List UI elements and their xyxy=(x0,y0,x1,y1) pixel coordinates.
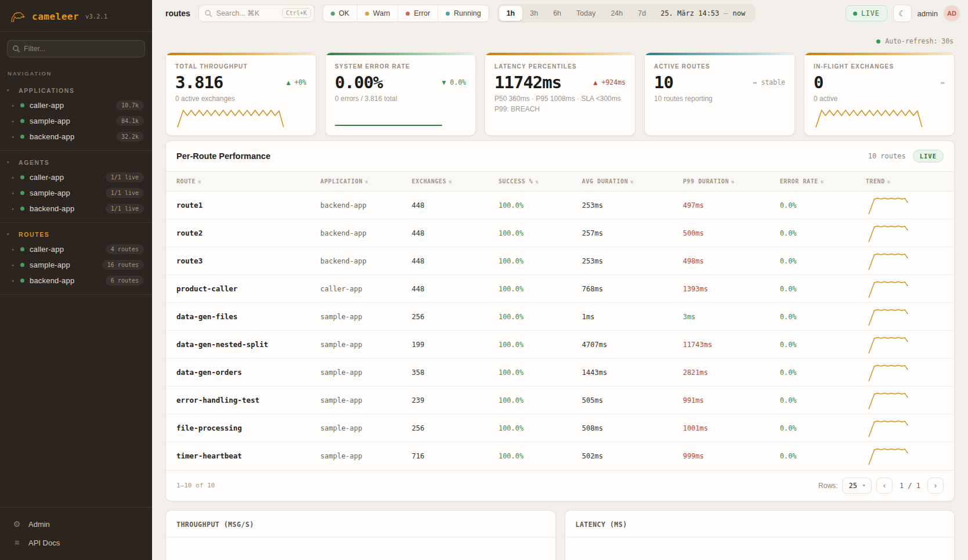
cell-route: timer-heartbeat xyxy=(176,451,242,460)
column-header-trend[interactable]: TREND⇅ xyxy=(861,172,954,192)
column-header-exchanges[interactable]: EXCHANGES⇅ xyxy=(407,172,494,192)
sidebar-section-header[interactable]: ▾ APPLICATIONS xyxy=(0,84,152,97)
sidebar-item-badge: 1/1 live xyxy=(106,188,144,198)
filter-input[interactable] xyxy=(7,40,145,57)
cell-application: backend-app xyxy=(320,229,366,237)
card-accent-strip xyxy=(326,53,475,55)
time-range-today[interactable]: Today xyxy=(569,6,603,21)
menu-icon: ≡ xyxy=(12,538,21,547)
live-status-badge[interactable]: LIVE xyxy=(846,5,887,21)
kpi-subtitle: 0 errors / 3.816 total xyxy=(335,95,466,103)
column-header-application[interactable]: APPLICATION⇅ xyxy=(316,172,407,192)
table-row[interactable]: file-processing sample-app 256 100.0% 50… xyxy=(166,414,954,442)
avatar[interactable]: AD xyxy=(944,5,960,21)
sidebar-item-admin[interactable]: ⚙ Admin xyxy=(0,515,152,533)
throughput-sparkline xyxy=(175,105,306,128)
table-row[interactable]: route1 backend-app 448 100.0% 253ms 497m… xyxy=(166,192,954,219)
filter-error-button[interactable]: Error xyxy=(398,5,438,21)
chevron-right-icon: ▸ xyxy=(12,207,20,211)
table-row[interactable]: route2 backend-app 448 100.0% 257ms 500m… xyxy=(166,219,954,247)
cell-error-rate: 0.0% xyxy=(780,201,797,209)
sidebar-item-caller-app[interactable]: ▸ caller-app 4 routes xyxy=(0,241,152,257)
routes-count: 10 routes xyxy=(868,152,906,160)
cell-avg-duration: 4707ms xyxy=(582,341,607,349)
navigation-label: NAVIGATION xyxy=(0,61,152,79)
status-dot-icon xyxy=(20,263,24,267)
trend-sparkline xyxy=(866,334,911,355)
time-range-1h[interactable]: 1h xyxy=(499,6,523,21)
cell-error-rate: 0.0% xyxy=(780,368,797,377)
logo[interactable]: cameleer v3.2.1 xyxy=(0,0,152,32)
time-range-display[interactable]: 25. März 14:53 — now xyxy=(653,9,753,17)
kpi-delta: ▲ +0% xyxy=(286,78,306,86)
sidebar-filter xyxy=(7,40,145,57)
table-row[interactable]: error-handling-test sample-app 239 100.0… xyxy=(166,386,954,414)
kpi-value: 0 xyxy=(814,73,823,92)
time-range-3h[interactable]: 3h xyxy=(522,6,546,21)
table-row[interactable]: data-gen-files sample-app 256 100.0% 1ms… xyxy=(166,303,954,331)
time-range-6h[interactable]: 6h xyxy=(546,6,569,21)
cell-p99-duration: 2821ms xyxy=(683,368,708,377)
footer-item-label: API Docs xyxy=(28,539,60,547)
cell-success: 100.0% xyxy=(499,396,523,404)
chevron-right-icon: ▸ xyxy=(12,175,20,180)
cell-avg-duration: 505ms xyxy=(582,396,603,404)
throughput-chart-card: THROUGHPUT (MSG/S) xyxy=(165,510,556,560)
sidebar-item-sample-app[interactable]: ▸ sample-app 1/1 live xyxy=(0,185,152,201)
time-range-7d[interactable]: 7d xyxy=(630,6,653,21)
prev-page-button[interactable]: ‹ xyxy=(876,478,893,494)
sidebar-item-label: caller-app xyxy=(30,245,64,254)
table-row[interactable]: data-gen-orders sample-app 358 100.0% 14… xyxy=(166,359,954,386)
kpi-subtitle: 0 active xyxy=(814,95,945,103)
column-header-route[interactable]: ROUTE⇅ xyxy=(166,172,316,192)
table-row[interactable]: route3 backend-app 448 100.0% 253ms 498m… xyxy=(166,247,954,275)
sidebar-item-label: sample-app xyxy=(30,117,70,125)
next-page-button[interactable]: › xyxy=(927,478,944,494)
cell-avg-duration: 768ms xyxy=(582,285,603,293)
sidebar-item-backend-app[interactable]: ▸ backend-app 6 routes xyxy=(0,273,152,288)
search-icon xyxy=(12,45,20,53)
keyboard-shortcut-badge: Ctrl+K xyxy=(282,8,311,18)
rows-per-page-select[interactable]: 25 ▾ xyxy=(842,478,871,494)
sidebar-item-sample-app[interactable]: ▸ sample-app 84.1k xyxy=(0,113,152,129)
cell-route: file-processing xyxy=(176,424,242,432)
column-header-p99-duration[interactable]: P99 DURATION⇅ xyxy=(678,172,775,192)
column-header-avg-duration[interactable]: AVG DURATION⇅ xyxy=(577,172,678,192)
filter-warn-button[interactable]: Warn xyxy=(357,5,398,21)
cell-route: route1 xyxy=(176,201,203,209)
kpi-subtitle: 10 routes reporting xyxy=(654,95,785,103)
user-name: admin xyxy=(918,9,938,18)
time-range-24h[interactable]: 24h xyxy=(603,6,630,21)
filter-ok-button[interactable]: OK xyxy=(323,5,357,21)
sidebar-item-caller-app[interactable]: ▸ caller-app 10.7k xyxy=(0,97,152,113)
sidebar-section-header[interactable]: ▾ AGENTS xyxy=(0,156,152,169)
sidebar-item-backend-app[interactable]: ▸ backend-app 32.2k xyxy=(0,129,152,144)
sidebar-item-backend-app[interactable]: ▸ backend-app 1/1 live xyxy=(0,201,152,216)
kpi-label: LATENCY PERCENTILES xyxy=(494,63,626,70)
table-row[interactable]: data-gen-nested-split sample-app 199 100… xyxy=(166,331,954,359)
sidebar-item-caller-app[interactable]: ▸ caller-app 1/1 live xyxy=(0,169,152,185)
cell-p99-duration: 497ms xyxy=(683,201,704,209)
sidebar-section-header[interactable]: ▾ ROUTES xyxy=(0,227,152,241)
column-header-error-rate[interactable]: ERROR RATE⇅ xyxy=(775,172,861,192)
page-indicator: 1 / 1 xyxy=(897,482,923,490)
cell-application: backend-app xyxy=(320,201,366,209)
sidebar-item-label: caller-app xyxy=(30,173,64,182)
table-row[interactable]: timer-heartbeat sample-app 716 100.0% 50… xyxy=(166,442,954,470)
column-header-success[interactable]: SUCCESS %⇅ xyxy=(494,172,577,192)
app-name: cameleer xyxy=(32,11,79,22)
status-filter-group: OK Warn Error Running xyxy=(323,5,489,22)
kpi-total-throughput: TOTAL THROUGHPUT 3.816 ▲ +0% 0 active ex… xyxy=(165,52,316,136)
cell-avg-duration: 257ms xyxy=(582,229,603,237)
card-accent-strip xyxy=(645,53,794,55)
trend-sparkline xyxy=(866,362,911,383)
sidebar-item-label: backend-app xyxy=(30,204,74,213)
trend-sparkline xyxy=(866,195,911,216)
filter-running-button[interactable]: Running xyxy=(438,5,489,21)
cell-exchanges: 256 xyxy=(412,313,425,321)
sidebar-section: ▾ ROUTES ▸ caller-app 4 routes ▸ sample-… xyxy=(0,223,152,295)
sidebar-item-sample-app[interactable]: ▸ sample-app 16 routes xyxy=(0,257,152,273)
table-row[interactable]: product-caller caller-app 448 100.0% 768… xyxy=(166,275,954,303)
dark-mode-toggle[interactable]: ☾ xyxy=(893,5,912,22)
sidebar-item-api-docs[interactable]: ≡ API Docs xyxy=(0,533,152,552)
